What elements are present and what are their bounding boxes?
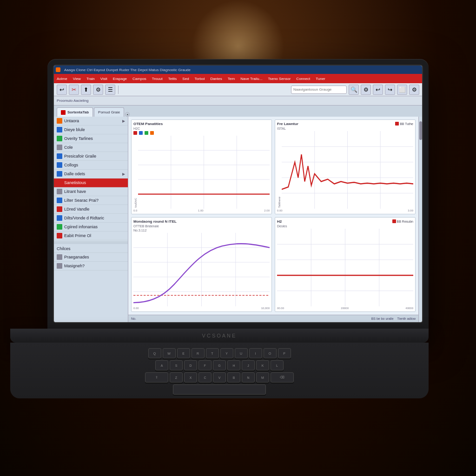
sidebar-item-litrant[interactable]: Litrant have bbox=[54, 187, 128, 196]
toolbar-btn-extra2[interactable]: ↩ bbox=[373, 85, 383, 95]
menu-item-visit[interactable]: Visit bbox=[99, 77, 108, 81]
sidebar-item-collogs[interactable]: Collogs bbox=[54, 161, 128, 170]
key-b[interactable]: B bbox=[227, 372, 240, 383]
key-h[interactable]: H bbox=[227, 360, 240, 370]
sidebar-item-cgiired[interactable]: Cgiired infonanias bbox=[54, 223, 128, 231]
key-t[interactable]: T bbox=[206, 348, 219, 358]
title-bar-text: Aaaga Clone Ctrl Eayout Dunpet Ruder The… bbox=[64, 68, 191, 72]
menu-item-torbol[interactable]: Torbol bbox=[194, 77, 206, 81]
menu-item-nave[interactable]: Nave Trailu... bbox=[239, 77, 263, 81]
toolbar-search-area: 🔍 ⚙ ↩ ↪ ⬜ ⚙ bbox=[291, 85, 419, 95]
key-v[interactable]: V bbox=[213, 372, 226, 383]
search-button[interactable]: 🔍 bbox=[349, 85, 359, 95]
toolbar-btn-extra5[interactable]: ⚙ bbox=[409, 85, 419, 95]
chart-otem-svg bbox=[138, 136, 270, 209]
key-a[interactable]: A bbox=[155, 360, 168, 370]
sidebar-item-presicafoir[interactable]: Presicafoir Graile bbox=[54, 152, 128, 161]
toolbar-btn-up[interactable]: ⬆ bbox=[81, 85, 91, 95]
key-e[interactable]: E bbox=[177, 348, 190, 358]
chart-desles-xaxis: 00.00 20000 40000 bbox=[277, 307, 413, 310]
sidebar-item-untaora[interactable]: Untaora ▶ bbox=[54, 117, 128, 126]
sidebar-item-sanetistous[interactable]: Sanetistous bbox=[54, 178, 128, 187]
legend-label-desles-1: BB Resubn bbox=[397, 220, 413, 223]
menu-item-campos[interactable]: Campos bbox=[132, 77, 147, 81]
sidebar-label-dieye: Dieye blule bbox=[64, 127, 125, 132]
key-p[interactable]: P bbox=[278, 348, 291, 358]
sidebar-item-lilter[interactable]: Lilter Searac Prai? bbox=[54, 196, 128, 205]
menu-item-trouut[interactable]: Trouut bbox=[151, 77, 164, 81]
key-g[interactable]: G bbox=[213, 360, 226, 370]
menu-item-aolme[interactable]: Aolme bbox=[56, 77, 68, 81]
menu-item-tuner[interactable]: Tuner bbox=[315, 77, 326, 81]
chart-otteb: Mondaong round N ITEL OTTEB Bridenale No… bbox=[131, 217, 272, 312]
sidebar-item-dalle[interactable]: Dalle odets ▶ bbox=[54, 170, 128, 178]
legend-desles-1: BB Resubn bbox=[392, 219, 413, 223]
chart-fre-svg bbox=[282, 131, 413, 209]
menu-item-tern[interactable]: Tern bbox=[227, 77, 236, 81]
menu-item-dantes[interactable]: Dantes bbox=[209, 77, 223, 81]
sidebar-item-overity[interactable]: Overity Tarlines bbox=[54, 134, 128, 143]
menu-item-tetlts[interactable]: Tetlts bbox=[167, 77, 178, 81]
key-w[interactable]: W bbox=[163, 348, 176, 358]
key-y[interactable]: Y bbox=[220, 348, 233, 358]
sidebar-item-eabit[interactable]: Eabit Prime Ol bbox=[54, 231, 128, 240]
keyboard-row-4 bbox=[10, 384, 429, 395]
key-shift[interactable]: ⇧ bbox=[145, 372, 168, 383]
legend-dot-2 bbox=[139, 131, 143, 135]
key-r[interactable]: R bbox=[192, 348, 205, 358]
key-n[interactable]: N bbox=[242, 372, 255, 383]
key-f[interactable]: F bbox=[198, 360, 212, 370]
content-area: OTEM Panatities H2C bbox=[128, 117, 418, 322]
key-c[interactable]: C bbox=[198, 372, 212, 383]
toolbar-btn-menu[interactable]: ☰ bbox=[105, 85, 115, 95]
sidebar-item-dilts[interactable]: Dilts/Vonde d Ridtaric bbox=[54, 214, 128, 223]
key-u[interactable]: U bbox=[235, 348, 248, 358]
menu-item-train[interactable]: Train bbox=[86, 77, 96, 81]
toolbar-btn-back[interactable]: ↩ bbox=[57, 85, 67, 95]
toolbar-btn-extra4[interactable]: ⬜ bbox=[397, 85, 407, 95]
toolbar-btn-cut[interactable]: ✂ bbox=[69, 85, 79, 95]
menu-item-connect[interactable]: Connect bbox=[295, 77, 311, 81]
key-o[interactable]: O bbox=[264, 348, 277, 358]
key-i[interactable]: I bbox=[249, 348, 262, 358]
tab-label-1: SortentaTab bbox=[67, 110, 89, 114]
key-z[interactable]: Z bbox=[170, 372, 183, 383]
sidebar-label-collogs: Collogs bbox=[64, 163, 125, 167]
sidebar-label-litrant: Litrant have bbox=[64, 189, 125, 194]
sidebar-item-cole[interactable]: Cole bbox=[54, 143, 128, 152]
sidebar-icon-presicafoir bbox=[57, 153, 62, 159]
sidebar-item-praeganades[interactable]: Praeganades bbox=[54, 253, 128, 262]
key-q[interactable]: Q bbox=[148, 348, 161, 358]
sidebar-label-masigneh: Masigneh? bbox=[64, 264, 125, 268]
scrollbar-vertical[interactable] bbox=[418, 117, 422, 322]
key-d[interactable]: D bbox=[184, 360, 197, 370]
tab-pomud[interactable]: Pomud Graie bbox=[94, 107, 124, 117]
menu-item-view[interactable]: View bbox=[72, 77, 82, 81]
sidebar-item-dieye[interactable]: Dieye blule bbox=[54, 126, 128, 134]
key-space[interactable] bbox=[173, 384, 266, 395]
scrollbar-thumb[interactable] bbox=[419, 121, 422, 140]
toolbar-btn-settings[interactable]: ⚙ bbox=[93, 85, 103, 95]
tab-icon-1 bbox=[61, 110, 66, 115]
key-backspace[interactable]: ⌫ bbox=[271, 372, 294, 383]
sidebar-item-ldred[interactable]: LDred Vandle bbox=[54, 205, 128, 214]
chart-otteb-title: OTTEB Bridenale bbox=[133, 225, 270, 228]
tab-close-btn[interactable]: × bbox=[125, 112, 130, 117]
sidebar-item-chilces[interactable]: Chilces bbox=[54, 245, 128, 253]
toolbar-btn-extra1[interactable]: ⚙ bbox=[361, 85, 371, 95]
toolbar-btn-extra3[interactable]: ↪ bbox=[385, 85, 395, 95]
menu-item-erapage[interactable]: Erapage bbox=[112, 77, 128, 81]
tab-sortentatab[interactable]: SortentaTab bbox=[57, 107, 93, 117]
key-m[interactable]: M bbox=[256, 372, 269, 383]
key-k[interactable]: K bbox=[256, 360, 269, 370]
key-x[interactable]: X bbox=[184, 372, 197, 383]
menu-item-sed[interactable]: Sed bbox=[181, 77, 190, 81]
tab-label-2: Pomud Graie bbox=[98, 110, 120, 114]
key-l[interactable]: L bbox=[271, 360, 284, 370]
key-j[interactable]: J bbox=[242, 360, 255, 370]
menu-item-tseno[interactable]: Tseno Sensor bbox=[267, 77, 291, 81]
sidebar-item-masigneh[interactable]: Masigneh? bbox=[54, 262, 128, 271]
key-s[interactable]: S bbox=[170, 360, 183, 370]
status-right: BS be bo uralle Tienth adlow bbox=[371, 317, 416, 320]
search-input[interactable] bbox=[291, 86, 347, 94]
